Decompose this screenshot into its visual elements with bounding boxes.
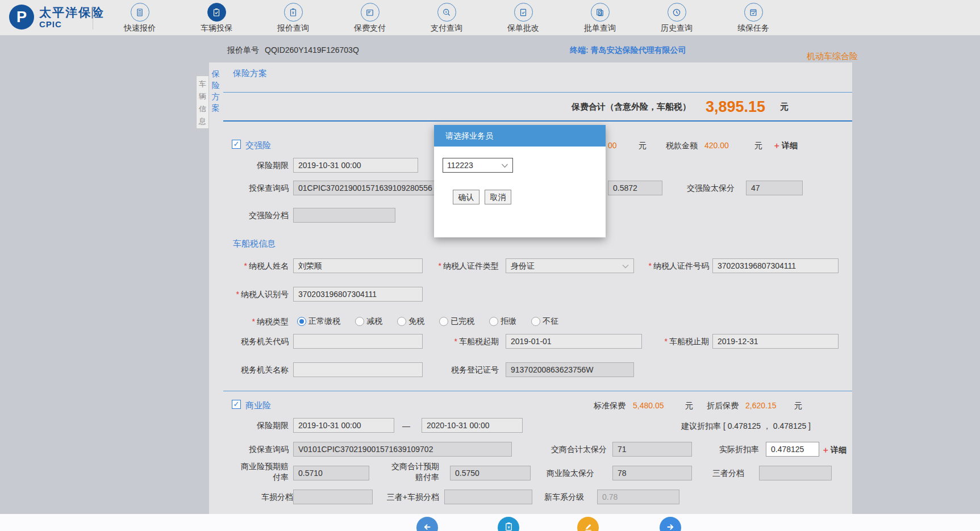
radio-tax-not-levied[interactable]: 不征	[531, 316, 558, 327]
radio-normal-tax[interactable]: 正常缴税	[297, 316, 340, 327]
radio-icon	[531, 317, 540, 326]
detail-label: 详细	[831, 445, 846, 454]
damage-tier-label: 车损分档	[232, 490, 293, 504]
vessel-tax-start-input[interactable]: 2019-01-01	[506, 334, 642, 349]
salesperson-select[interactable]: 112223	[443, 158, 513, 173]
total-premium-unit: 元	[780, 102, 789, 112]
radio-label: 不征	[543, 316, 558, 327]
product-name: 机动车综合险	[807, 51, 858, 62]
terminal-info: 终端: 青岛安达保险代理有限公司	[570, 45, 686, 56]
payer-name-input[interactable]: 刘荣顺	[293, 258, 423, 273]
nav-label: 快速报价	[124, 23, 156, 34]
compulsory-period-start-input[interactable]: 2019-10-31 00:00	[293, 158, 418, 173]
svg-text:¥: ¥	[507, 525, 510, 530]
third-tier-label: 三者分档	[687, 466, 744, 480]
disc-premium-value: 2,620.15	[745, 400, 777, 411]
calculator-icon	[131, 3, 149, 22]
date-range-dash: —	[402, 420, 410, 432]
authority-code-input[interactable]	[293, 334, 423, 349]
nav-item-payment-query[interactable]: ¥ 支付查询	[418, 3, 475, 34]
third-damage-tier-label: 三者+车损分档	[374, 490, 439, 504]
actual-discount-input[interactable]: 0.478125	[766, 442, 819, 457]
combined-ratio-label: 交商合计预期赔付率	[385, 461, 439, 483]
radio-icon	[397, 317, 406, 326]
compulsory-detail-link[interactable]: ＋详细	[773, 140, 798, 151]
combined-score-field: 71	[612, 442, 692, 457]
plan-tab-heading[interactable]: 保险方案	[233, 68, 267, 78]
tax-type-radio-group: 正常缴税 减税 免税 已完税 拒缴 不征	[297, 316, 558, 327]
unit-yuan: 元	[794, 400, 802, 411]
tax-reg-no-label: 税务登记证号	[431, 362, 499, 377]
clipboard-check-icon	[207, 3, 226, 22]
nav-item-endorse-query[interactable]: 批单查询	[572, 3, 628, 34]
cpic-logo-icon: P	[9, 5, 34, 30]
nav-item-renewal-task[interactable]: 续保任务	[725, 3, 782, 34]
total-premium-row: 保费合计（含意外险，车船税） 3,895.15 元	[448, 94, 789, 119]
nav-label: 历史查询	[661, 23, 693, 34]
brand-name: 太平洋保险	[39, 6, 105, 19]
total-premium-label: 保费合计（含意外险，车船税）	[572, 102, 691, 112]
nav-label: 保费支付	[354, 23, 386, 34]
combined-score-label: 交商合计太保分	[533, 442, 607, 457]
compulsory-checkbox[interactable]: ✓	[232, 140, 241, 149]
radio-tax-exempt[interactable]: 免税	[397, 316, 424, 327]
cert-type-label: 纳税人证件类型	[425, 258, 499, 273]
chevron-down-icon	[501, 161, 508, 170]
clipboard-yen-icon: ¥	[503, 521, 514, 531]
divider	[223, 92, 852, 93]
taxpayer-id-input[interactable]: 370203196807304111	[293, 287, 423, 302]
tax-reg-no-field: 91370200863623756W	[506, 362, 634, 377]
nav-divider	[93, 6, 93, 30]
cert-no-label: 纳税人证件号码	[635, 258, 709, 273]
radio-label: 正常缴税	[308, 316, 340, 327]
std-premium-value: 5,480.05	[633, 400, 664, 411]
radio-tax-reduction[interactable]: 减税	[355, 316, 382, 327]
vessel-tax-start-label: 车船税起期	[448, 334, 499, 349]
period-label: 保险期限	[220, 418, 289, 433]
nav-label: 车辆投保	[201, 23, 232, 34]
arrow-right-icon	[665, 521, 676, 531]
confirm-button[interactable]: 确认	[453, 190, 479, 204]
nav-item-premium-pay[interactable]: 保费支付	[341, 3, 398, 34]
radio-tax-refused[interactable]: 拒缴	[489, 316, 516, 327]
quote-page: { "brand": { "name": "太平洋保险", "abbr": "C…	[0, 0, 980, 531]
radio-label: 免税	[408, 316, 424, 327]
cert-no-input[interactable]: 370203196807304111	[712, 258, 839, 273]
tab-vehicle-info[interactable]: 车辆信息	[196, 76, 209, 129]
nav-item-history-query[interactable]: 历史查询	[648, 3, 705, 34]
commercial-period-end-input[interactable]: 2020-10-31 00:00	[422, 418, 523, 433]
tab-plan-vertical-label: 保险方案	[211, 68, 220, 114]
docs-search-icon	[591, 3, 610, 22]
authority-name-input[interactable]	[293, 362, 423, 377]
commercial-detail-link[interactable]: ＋详细	[821, 444, 846, 455]
radio-icon	[297, 317, 306, 326]
plus-icon: ＋	[773, 141, 781, 150]
commercial-period-start-input[interactable]: 2019-10-31 00:00	[293, 418, 394, 433]
radio-tax-paid[interactable]: 已完税	[439, 316, 474, 327]
nav-item-quick-quote[interactable]: 快速报价	[111, 3, 168, 34]
total-premium-value: 3,895.15	[706, 98, 765, 116]
compulsory-loss-ratio-field: 0.5872	[608, 181, 662, 195]
tab-plan-vertical[interactable]: 保险方案	[211, 68, 220, 114]
tax-type-label: 纳税类型	[220, 314, 289, 329]
dialog-body: 112223 确认 取消	[434, 147, 606, 237]
nav-item-vehicle-insure[interactable]: 车辆投保	[188, 3, 245, 34]
doc-check-icon	[514, 3, 533, 22]
commercial-checkbox[interactable]: ✓	[232, 400, 241, 409]
divider	[223, 391, 852, 391]
nav-item-policy-endorse[interactable]: 保单批改	[495, 3, 552, 34]
nav-label: 报价查询	[277, 23, 309, 34]
radio-icon	[489, 317, 498, 326]
cancel-button[interactable]: 取消	[485, 190, 511, 204]
select-salesperson-dialog: 请选择业务员 112223 确认 取消	[434, 125, 606, 237]
disc-premium-label: 折后保费	[707, 400, 739, 411]
quote-number-label: 报价单号	[227, 45, 259, 56]
nav-item-quote-query[interactable]: ¥ 报价查询	[265, 3, 322, 34]
nav-label: 批单查询	[584, 23, 616, 34]
vessel-tax-end-input[interactable]: 2019-12-31	[712, 334, 839, 349]
cert-type-value: 身份证	[511, 259, 535, 273]
brand-abbr: CPIC	[39, 19, 105, 29]
cert-type-select[interactable]: 身份证	[506, 258, 634, 273]
top-nav: P 太平洋保险 CPIC 快速报价 车辆投保 ¥ 报价查询	[0, 0, 980, 35]
authority-name-label: 税务机关名称	[220, 362, 289, 377]
